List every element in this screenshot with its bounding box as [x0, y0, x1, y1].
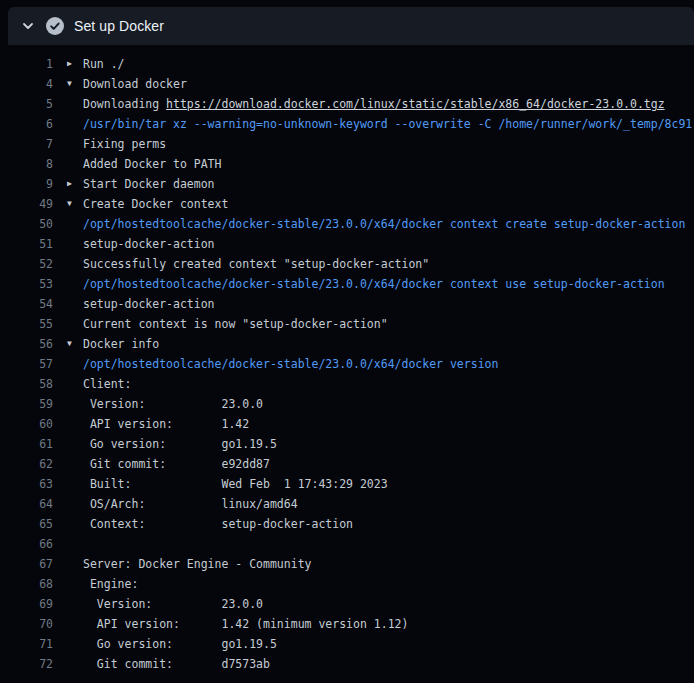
gutter-spacer — [53, 574, 83, 594]
line-number[interactable]: 4 — [0, 74, 53, 94]
gutter-spacer — [53, 594, 83, 614]
line-number[interactable]: 60 — [0, 414, 53, 434]
line-number[interactable]: 72 — [0, 654, 53, 674]
step-header[interactable]: Set up Docker — [8, 7, 694, 45]
log-line: 6/usr/bin/tar xz --warning=no-unknown-ke… — [0, 114, 694, 134]
log-command-text: /usr/bin/tar xz --warning=no-unknown-key… — [83, 114, 692, 134]
line-number[interactable]: 51 — [0, 234, 53, 254]
log-text: Go version: go1.19.5 — [83, 634, 277, 654]
gutter-spacer — [53, 634, 83, 654]
log-line: 53/opt/hostedtoolcache/docker-stable/23.… — [0, 274, 694, 294]
gutter-spacer — [53, 254, 83, 274]
line-number[interactable]: 52 — [0, 254, 53, 274]
gutter-spacer — [53, 294, 83, 314]
line-number[interactable]: 69 — [0, 594, 53, 614]
gutter-spacer — [53, 154, 83, 174]
line-number[interactable]: 65 — [0, 514, 53, 534]
chevron-down-icon[interactable] — [20, 18, 36, 34]
log-line: 7Fixing perms — [0, 134, 694, 154]
log-group-line[interactable]: 9▶Start Docker daemon — [0, 174, 694, 194]
triangle-right-icon: ▶ — [53, 54, 83, 74]
log-text: Context: setup-docker-action — [83, 514, 353, 534]
log-text: setup-docker-action — [83, 234, 215, 254]
log-line: 63 Built: Wed Feb 1 17:43:29 2023 — [0, 474, 694, 494]
line-number[interactable]: 61 — [0, 434, 53, 454]
line-number[interactable]: 55 — [0, 314, 53, 334]
log-line: 70 API version: 1.42 (minimum version 1.… — [0, 614, 694, 634]
log-group-line[interactable]: 4▼Download docker — [0, 74, 694, 94]
log-text: Fixing perms — [83, 134, 166, 154]
log-line: 5Downloading https://download.docker.com… — [0, 94, 694, 114]
log-text: Downloading — [83, 97, 166, 111]
line-number[interactable]: 57 — [0, 354, 53, 374]
log-text: API version: 1.42 — [83, 414, 249, 434]
log-line: 69 Version: 23.0.0 — [0, 594, 694, 614]
line-number[interactable]: 59 — [0, 394, 53, 414]
gutter-spacer — [53, 514, 83, 534]
log-text: Start Docker daemon — [83, 174, 215, 194]
log-text: Download docker — [83, 74, 187, 94]
gutter-spacer — [53, 434, 83, 454]
line-number[interactable]: 53 — [0, 274, 53, 294]
gutter-spacer — [53, 134, 83, 154]
log-group-line[interactable]: 49▼Create Docker context — [0, 194, 694, 214]
log-text: Server: Docker Engine - Community — [83, 554, 311, 574]
step-title: Set up Docker — [74, 18, 164, 34]
log-line: 59 Version: 23.0.0 — [0, 394, 694, 414]
line-number[interactable]: 7 — [0, 134, 53, 154]
gutter-spacer — [53, 114, 83, 134]
gutter-spacer — [53, 614, 83, 634]
line-number[interactable]: 50 — [0, 214, 53, 234]
log-line: 50/opt/hostedtoolcache/docker-stable/23.… — [0, 214, 694, 234]
status-check-icon — [46, 17, 64, 35]
line-number[interactable]: 67 — [0, 554, 53, 574]
gutter-spacer — [53, 654, 83, 674]
gutter-spacer — [53, 534, 83, 554]
triangle-down-icon: ▼ — [53, 334, 83, 354]
gutter-spacer — [53, 394, 83, 414]
line-number[interactable]: 71 — [0, 634, 53, 654]
log-command-text: /opt/hostedtoolcache/docker-stable/23.0.… — [83, 214, 685, 234]
log-group-line[interactable]: 1▶Run ./ — [0, 54, 694, 74]
log-line: 62 Git commit: e92dd87 — [0, 454, 694, 474]
line-number[interactable]: 70 — [0, 614, 53, 634]
log-line: 61 Go version: go1.19.5 — [0, 434, 694, 454]
gutter-spacer — [53, 414, 83, 434]
line-number[interactable]: 1 — [0, 54, 53, 74]
gutter-spacer — [53, 214, 83, 234]
log-line: 57/opt/hostedtoolcache/docker-stable/23.… — [0, 354, 694, 374]
log-line: 64 OS/Arch: linux/amd64 — [0, 494, 694, 514]
line-number[interactable]: 56 — [0, 334, 53, 354]
gutter-spacer — [53, 274, 83, 294]
line-number[interactable]: 8 — [0, 154, 53, 174]
log-line: 8Added Docker to PATH — [0, 154, 694, 174]
log-group-line[interactable]: 56▼Docker info — [0, 334, 694, 354]
gutter-spacer — [53, 94, 83, 114]
line-number[interactable]: 49 — [0, 194, 53, 214]
log-text: setup-docker-action — [83, 294, 215, 314]
line-number[interactable]: 63 — [0, 474, 53, 494]
gutter-spacer — [53, 354, 83, 374]
gutter-spacer — [53, 474, 83, 494]
log-link[interactable]: https://download.docker.com/linux/static… — [166, 97, 665, 111]
log-text: Engine: — [83, 574, 138, 594]
line-number[interactable]: 6 — [0, 114, 53, 134]
line-number[interactable]: 58 — [0, 374, 53, 394]
log-text: OS/Arch: linux/amd64 — [83, 494, 298, 514]
line-number[interactable]: 64 — [0, 494, 53, 514]
line-number[interactable]: 54 — [0, 294, 53, 314]
log-command-text: /opt/hostedtoolcache/docker-stable/23.0.… — [83, 354, 498, 374]
line-number[interactable]: 62 — [0, 454, 53, 474]
log-text: Version: 23.0.0 — [83, 394, 263, 414]
log-line: 68 Engine: — [0, 574, 694, 594]
line-number[interactable]: 66 — [0, 534, 53, 554]
gutter-spacer — [53, 374, 83, 394]
log-line: 51setup-docker-action — [0, 234, 694, 254]
line-number[interactable]: 68 — [0, 574, 53, 594]
line-number[interactable]: 5 — [0, 94, 53, 114]
log-text: Git commit: d7573ab — [83, 654, 270, 674]
line-number[interactable]: 9 — [0, 174, 53, 194]
log-text: Downloading https://download.docker.com/… — [83, 94, 665, 114]
log-text: Git commit: e92dd87 — [83, 454, 270, 474]
log-text: Built: Wed Feb 1 17:43:29 2023 — [83, 474, 388, 494]
